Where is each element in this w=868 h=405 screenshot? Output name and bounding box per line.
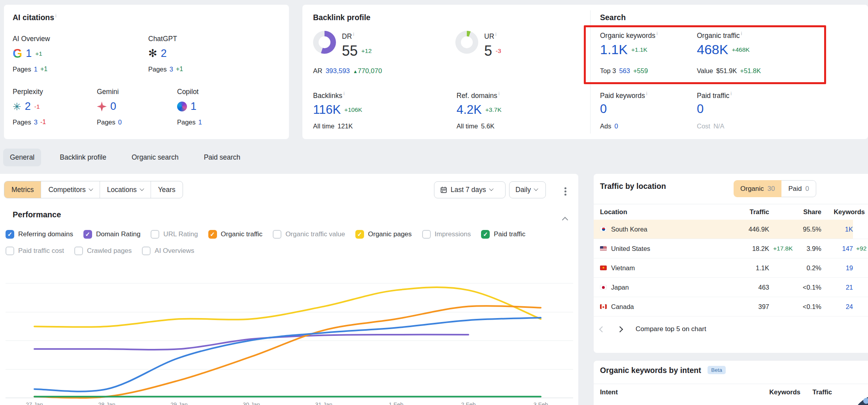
organic-traffic-value[interactable]: 468K: [697, 42, 728, 57]
keywords-link[interactable]: 19: [821, 264, 853, 272]
filter-locations[interactable]: Locations: [100, 181, 151, 198]
checkbox[interactable]: [273, 230, 281, 239]
checkbox[interactable]: [6, 247, 14, 255]
checkbox-url-rating[interactable]: URL Rating: [151, 230, 198, 239]
checkbox[interactable]: [151, 230, 159, 239]
checkbox-ai-overviews[interactable]: AI Overviews: [142, 247, 194, 255]
table-row-united-states[interactable]: United States 18.2K +17.8K 3.9% 147 +92: [594, 239, 868, 258]
compare-top5-link[interactable]: Compare top 5 on chart: [636, 325, 706, 333]
chart-x-tick: 27 Jan: [26, 401, 43, 405]
toggle-paid[interactable]: Paid 0: [781, 180, 816, 197]
checkbox-domain-rating[interactable]: Domain Rating: [83, 230, 140, 239]
citation-count[interactable]: 2: [161, 47, 167, 60]
checkbox-paid-traffic[interactable]: Paid traffic: [481, 230, 525, 239]
ref-domains-value[interactable]: 4.2K: [457, 103, 482, 117]
filter-metrics[interactable]: Metrics: [4, 181, 41, 198]
info-icon[interactable]: i: [55, 13, 57, 19]
citation-count[interactable]: 1: [26, 47, 32, 60]
checkbox[interactable]: [481, 230, 490, 239]
checkbox-label: Organic pages: [368, 230, 412, 238]
ar-value[interactable]: 393,593: [326, 67, 350, 75]
pages-count[interactable]: 3: [34, 119, 38, 126]
keywords-link[interactable]: 1K: [821, 226, 853, 233]
pages-count[interactable]: 1: [198, 119, 202, 126]
organic-keywords-value[interactable]: 1.1K: [600, 42, 628, 57]
table-row-japan[interactable]: Japan 463 <0.1% 21: [594, 278, 868, 297]
date-range-button[interactable]: Last 7 days: [434, 181, 506, 198]
filter-years[interactable]: Years: [151, 181, 183, 198]
checkbox[interactable]: [142, 247, 151, 255]
ai-card-gemini: Gemini 0 Pages 0: [97, 88, 122, 126]
alltime-label: All time: [457, 122, 478, 130]
paid-keywords-label: Paid keywords: [600, 92, 645, 100]
ads-value[interactable]: 0: [614, 122, 618, 130]
checkbox[interactable]: [355, 230, 364, 239]
checkbox-label: Impressions: [435, 230, 471, 238]
checkbox-label: Organic traffic: [221, 230, 263, 238]
checkbox-organic-traffic[interactable]: Organic traffic: [208, 230, 263, 239]
info-icon[interactable]: i: [646, 91, 647, 96]
traffic-value: 397: [730, 303, 769, 311]
checkbox-label: Organic traffic value: [285, 230, 345, 238]
info-icon[interactable]: i: [657, 31, 658, 36]
ref-domains-delta: +3.7K: [485, 106, 502, 113]
keywords-delta: [853, 220, 868, 239]
checkbox-impressions[interactable]: Impressions: [422, 230, 471, 239]
checkbox-label: Paid traffic: [494, 230, 525, 238]
checkbox-paid-traffic-cost[interactable]: Paid traffic cost: [6, 247, 64, 255]
ai-citations-card: AI citationsi AI Overview G 1 +1 Pages 1…: [4, 5, 289, 139]
info-icon[interactable]: i: [741, 31, 742, 36]
keywords-link[interactable]: 21: [821, 284, 853, 291]
paid-traffic-value[interactable]: 0: [697, 102, 704, 116]
info-icon[interactable]: i: [353, 32, 354, 37]
checkbox-crawled-pages[interactable]: Crawled pages: [74, 247, 132, 255]
checkbox[interactable]: [74, 247, 83, 255]
checkbox-organic-pages[interactable]: Organic pages: [355, 230, 412, 239]
table-row-vietnam[interactable]: Vietnam 1.1K 0.2% 19: [594, 258, 868, 278]
tab-paid-search[interactable]: Paid search: [197, 149, 247, 166]
checkbox-organic-traffic-value[interactable]: Organic traffic value: [273, 230, 345, 239]
backlinks-value[interactable]: 116K: [313, 103, 341, 117]
info-icon[interactable]: i: [730, 91, 732, 96]
filter-label: Locations: [107, 186, 137, 194]
filter-competitors[interactable]: Competitors: [41, 181, 99, 198]
dr-delta: +12: [361, 47, 372, 55]
citation-count[interactable]: 0: [110, 100, 116, 113]
share-value: 3.9%: [793, 245, 821, 252]
table-row-canada[interactable]: Canada 397 <0.1% 24: [594, 297, 868, 316]
granularity-value: Daily: [515, 186, 531, 194]
pages-count[interactable]: 3: [170, 66, 173, 73]
checkbox-label: AI Overviews: [155, 247, 194, 255]
checkbox-label: Crawled pages: [87, 247, 132, 255]
checkbox[interactable]: [422, 230, 431, 239]
tab-organic-search[interactable]: Organic search: [125, 149, 185, 166]
prev-page-chevron-icon[interactable]: [599, 326, 606, 332]
toggle-organic[interactable]: Organic 30: [734, 180, 781, 197]
checkbox[interactable]: [208, 230, 217, 239]
table-row-south-korea[interactable]: South Korea 446.9K 95.5% 1K: [594, 220, 868, 239]
granularity-button[interactable]: Daily: [509, 181, 546, 198]
info-icon[interactable]: i: [498, 91, 500, 96]
checkbox-referring-domains[interactable]: Referring domains: [6, 230, 73, 239]
info-icon[interactable]: i: [343, 91, 345, 96]
citation-count[interactable]: 2: [25, 100, 31, 113]
keywords-link[interactable]: 24: [821, 303, 853, 311]
toggle-count: 30: [768, 185, 775, 193]
next-page-chevron-icon[interactable]: [617, 326, 623, 332]
keywords-link[interactable]: 147: [821, 245, 853, 252]
paid-keywords-value[interactable]: 0: [600, 102, 607, 116]
checkbox[interactable]: [83, 230, 92, 239]
citation-delta: +1: [35, 50, 42, 57]
toggle-label: Paid: [788, 185, 802, 193]
pages-count[interactable]: 0: [118, 119, 122, 126]
pages-count[interactable]: 1: [34, 66, 38, 73]
tab-backlink-profile[interactable]: Backlink profile: [53, 149, 113, 166]
tab-general[interactable]: General: [3, 149, 41, 166]
more-options-kebab-icon[interactable]: [563, 185, 568, 198]
top3-value[interactable]: 563: [619, 67, 630, 75]
citation-count[interactable]: 1: [191, 100, 196, 113]
col-intent: Intent: [600, 388, 753, 396]
chart-x-tick: 31 Jan: [315, 401, 332, 405]
checkbox[interactable]: [6, 230, 14, 239]
info-icon[interactable]: i: [495, 32, 496, 37]
